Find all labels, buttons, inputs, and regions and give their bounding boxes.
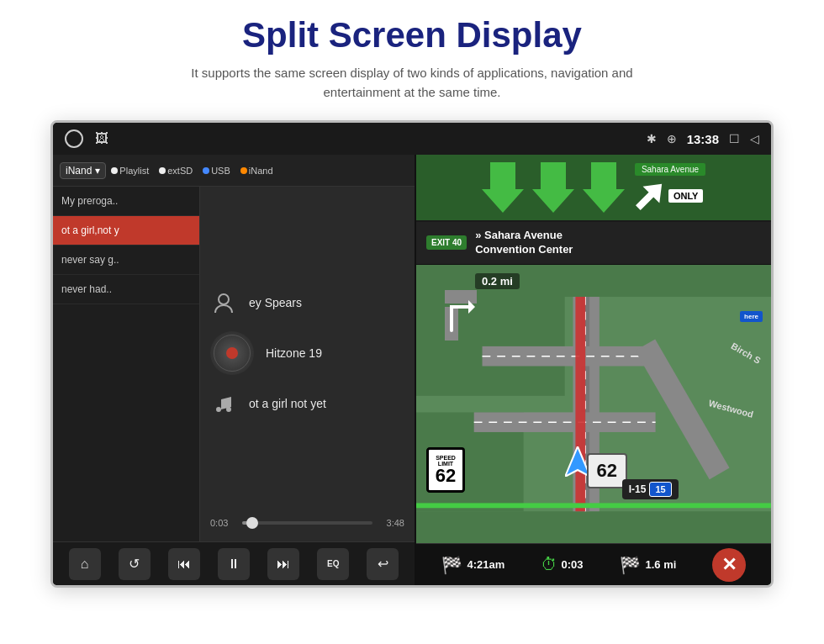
instruction-main: » Sahara Avenue bbox=[475, 229, 573, 243]
left-panel: iNand ▾ Playlist extSD bbox=[53, 155, 415, 585]
next-icon: ⏭ bbox=[277, 557, 290, 572]
flag-start-icon: 🏁 bbox=[441, 555, 462, 575]
dot-extsd-icon bbox=[159, 167, 166, 174]
svg-point-0 bbox=[219, 294, 229, 304]
eq-button[interactable]: EQ bbox=[317, 548, 349, 580]
only-label: ONLY bbox=[668, 189, 704, 203]
image-icon: 🖼 bbox=[95, 131, 108, 146]
eq-label: EQ bbox=[327, 559, 339, 568]
svg-marker-3 bbox=[583, 162, 625, 213]
up-right-arrow bbox=[635, 179, 665, 213]
album-text: Hitzone 19 bbox=[266, 346, 322, 360]
repeat-button[interactable]: ↺ bbox=[119, 548, 151, 580]
down-arrow-1 bbox=[482, 162, 524, 213]
track-text: ot a girl not yet bbox=[249, 397, 326, 410]
eta-block: 🏁 4:21am bbox=[441, 555, 505, 575]
distance-remaining: 1.6 mi bbox=[646, 558, 677, 571]
down-arrow-3 bbox=[583, 162, 625, 213]
tab-playlist[interactable]: Playlist bbox=[111, 166, 149, 176]
album-row: Hitzone 19 bbox=[210, 328, 404, 378]
artist-text: ey Spears bbox=[249, 296, 302, 309]
progress-bar[interactable] bbox=[242, 521, 372, 525]
track-row: ot a girl not yet bbox=[210, 387, 404, 420]
source-dropdown[interactable]: iNand ▾ bbox=[60, 162, 106, 179]
prev-icon: ⏮ bbox=[177, 557, 191, 572]
playlist-item-3[interactable]: never had.. bbox=[53, 275, 199, 304]
svg-marker-1 bbox=[482, 162, 524, 213]
play-pause-button[interactable]: ⏸ bbox=[218, 548, 250, 580]
device-frame: 🖼 ✱ ⊕ 13:38 ☐ ◁ iNand ▾ bbox=[50, 120, 774, 588]
nav-bottom-bar: 🏁 4:21am ⏱ 0:03 🏁 1.6 mi bbox=[416, 543, 771, 585]
map-instruction: EXIT 40 » Sahara Avenue Convention Cente… bbox=[416, 222, 771, 265]
now-playing: ey Spears Hitzone 19 bbox=[200, 187, 415, 541]
tab-inand[interactable]: iNand bbox=[240, 166, 273, 176]
nav-close-button[interactable]: ✕ bbox=[712, 548, 746, 582]
music-note-icon bbox=[210, 390, 237, 417]
direction-signs: Sahara Avenue ONLY bbox=[635, 163, 705, 213]
tab-usb-label: USB bbox=[211, 166, 230, 176]
arrow-container bbox=[482, 162, 625, 213]
highway-label: I-15 bbox=[629, 483, 647, 495]
svg-marker-2 bbox=[532, 162, 574, 213]
home-button[interactable]: ⌂ bbox=[69, 548, 101, 580]
map-direction-top: Sahara Avenue ONLY bbox=[416, 155, 771, 222]
bluetooth-icon: ✱ bbox=[647, 132, 657, 145]
dot-usb-icon bbox=[203, 167, 209, 174]
speed-limit-num: 62 bbox=[436, 467, 456, 485]
album-art bbox=[210, 331, 254, 375]
highway-shield: 15 bbox=[649, 482, 671, 497]
right-panel: Sahara Avenue ONLY EXIT 40 » Sahara Aven… bbox=[416, 155, 771, 585]
svg-rect-19 bbox=[445, 290, 477, 304]
artist-row: ey Spears bbox=[210, 286, 404, 319]
next-button[interactable]: ⏭ bbox=[267, 548, 299, 580]
tab-playlist-label: Playlist bbox=[119, 166, 149, 176]
dot-playlist-icon bbox=[111, 167, 118, 174]
clock-icon: ⏱ bbox=[541, 555, 557, 574]
status-right: ✱ ⊕ 13:38 ☐ ◁ bbox=[647, 132, 759, 146]
back-button[interactable]: ↩ bbox=[367, 548, 399, 580]
progress-section: 0:03 3:48 bbox=[210, 511, 404, 533]
source-tabs: Playlist extSD USB iNand bbox=[111, 166, 272, 176]
page-title: Split Screen Display bbox=[242, 15, 582, 55]
page-subtitle: It supports the same screen display of t… bbox=[177, 64, 647, 102]
eta-time: 4:21am bbox=[467, 558, 505, 571]
home-circle-icon bbox=[65, 129, 83, 148]
dropdown-chevron-icon: ▾ bbox=[95, 165, 100, 177]
source-dropdown-label: iNand bbox=[66, 165, 92, 177]
split-area: iNand ▾ Playlist extSD bbox=[53, 155, 771, 585]
instruction-text-block: » Sahara Avenue Convention Center bbox=[475, 229, 573, 257]
playlist-sidebar: My preroga.. ot a girl,not y never say g… bbox=[53, 187, 200, 541]
repeat-icon: ↺ bbox=[129, 556, 140, 572]
controls-bar: ⌂ ↺ ⏮ ⏸ ⏭ EQ bbox=[53, 541, 415, 585]
highway-sign: I-15 15 bbox=[622, 479, 679, 499]
progress-time-total: 3:48 bbox=[379, 518, 404, 528]
window-icon: ☐ bbox=[729, 132, 740, 145]
down-arrow-2 bbox=[532, 162, 574, 213]
artist-icon bbox=[210, 289, 237, 316]
location-icon: ⊕ bbox=[667, 132, 677, 145]
speed-limit-sign: SPEED LIMIT 62 bbox=[426, 447, 465, 493]
exit-badge: EXIT 40 bbox=[426, 235, 467, 250]
tab-inand-label: iNand bbox=[249, 166, 273, 176]
playlist-item-1[interactable]: ot a girl,not y bbox=[53, 216, 199, 245]
status-left: 🖼 bbox=[65, 129, 108, 148]
speed-limit-label: SPEED bbox=[436, 455, 456, 461]
map-canvas[interactable]: 0.2 mi here Birch S Westwood SPEED LIMIT… bbox=[416, 265, 771, 543]
page-container: Split Screen Display It supports the sam… bbox=[0, 0, 824, 588]
status-bar: 🖼 ✱ ⊕ 13:38 ☐ ◁ bbox=[53, 123, 771, 155]
flag-end-icon: 🏁 bbox=[620, 555, 641, 575]
playlist-item-2[interactable]: never say g.. bbox=[53, 245, 199, 275]
progress-time-current: 0:03 bbox=[210, 518, 235, 528]
prev-button[interactable]: ⏮ bbox=[168, 548, 200, 580]
duration-block: ⏱ 0:03 bbox=[541, 555, 583, 574]
instruction-sub: Convention Center bbox=[475, 243, 573, 257]
svg-marker-4 bbox=[635, 179, 665, 213]
tab-usb[interactable]: USB bbox=[203, 166, 230, 176]
svg-rect-17 bbox=[416, 503, 771, 508]
playlist-item-0[interactable]: My preroga.. bbox=[53, 187, 199, 216]
eta-info: 4:21am bbox=[467, 558, 505, 571]
map-turn-icon bbox=[426, 282, 477, 340]
tab-extsd[interactable]: extSD bbox=[159, 166, 193, 176]
progress-thumb bbox=[246, 517, 258, 529]
progress-bar-container: 0:03 3:48 bbox=[210, 518, 404, 528]
